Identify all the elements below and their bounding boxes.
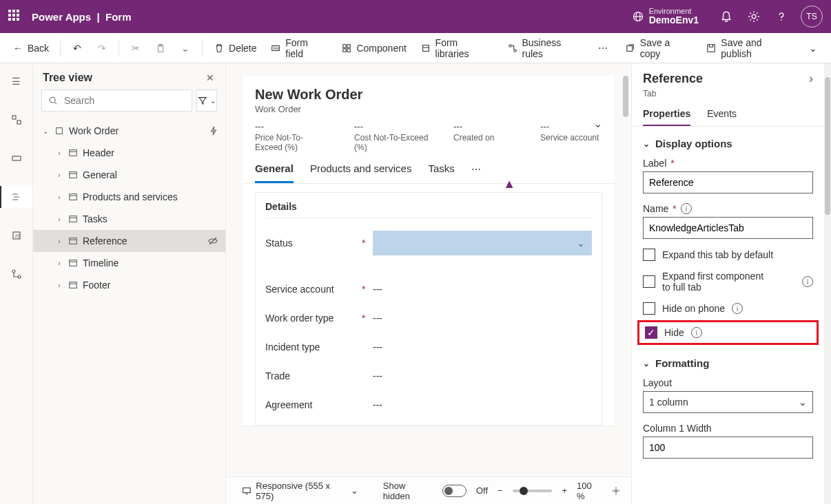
zoom-slider[interactable] [513,490,553,492]
rail-hamburger[interactable]: ☰ [6,70,28,92]
hide-checkbox[interactable]: ✓ Hide i [645,326,811,339]
tree-item[interactable]: › Products and services [33,186,225,208]
user-avatar[interactable]: TS [801,6,823,28]
expand-full-checkbox[interactable]: Expand first component to full tab i [643,271,813,293]
app-launcher-icon[interactable] [8,10,22,23]
redo-button[interactable]: ↷ [91,39,113,58]
tree-item[interactable]: › Tasks [33,208,225,230]
notifications-icon[interactable] [715,6,737,28]
back-button[interactable]: ←Back [7,39,54,58]
info-icon[interactable]: i [732,303,743,314]
form-field-row[interactable]: Trade --- [265,361,592,390]
form-tab[interactable]: General [255,162,294,183]
events-tab[interactable]: Events [707,103,737,126]
environment-picker[interactable]: Environment DemoEnv1 [633,7,699,25]
display-options-group[interactable]: ⌄Display options [643,135,813,158]
close-icon[interactable]: ✕ [205,72,216,83]
header-expand-icon[interactable]: ⌄ [593,117,602,130]
field-label: Work order type [265,313,362,324]
name-field[interactable] [643,217,813,239]
rail-tree-view[interactable] [0,186,33,208]
cut-button[interactable]: ✂ [125,39,147,58]
responsive-picker[interactable]: Responsive (555 x 575)⌄ [236,476,364,505]
settings-icon[interactable] [743,6,765,28]
layout-select[interactable]: 1 column⌄ [643,391,813,413]
tree-item-label: Products and services [83,191,178,202]
tabs-overflow[interactable]: ⋯ [471,162,481,183]
device-icon [241,485,252,496]
form-field-row[interactable]: Status * ⌄ [265,228,592,258]
svg-rect-35 [70,216,77,222]
status-lookup[interactable]: ⌄ [373,231,592,255]
tree-item[interactable]: › Header [33,142,225,164]
tree-item[interactable]: › General [33,164,225,186]
form-field-row[interactable]: Incident type --- [265,333,592,361]
app-title: Power Apps | Form [32,11,132,23]
chevron-down-icon: ⌄ [643,359,650,368]
search-input[interactable] [63,94,186,107]
tree-item[interactable]: › Reference [33,230,225,252]
form-tab[interactable]: Products and services [310,162,412,183]
info-icon[interactable]: i [691,327,702,338]
panel-scrollbar[interactable] [824,63,831,504]
zoom-in-button[interactable]: + [562,485,567,496]
formatting-group[interactable]: ⌄Formatting [643,355,813,377]
tab-icon [68,258,79,268]
rail-libraries[interactable]: JS [6,224,28,246]
svg-rect-28 [57,128,63,134]
form-tab[interactable]: Tasks [428,162,454,183]
save-publish-dropdown[interactable]: ⌄ [802,39,824,58]
header-field[interactable]: ---Price Not-To-Exceed (%) [255,121,329,153]
paste-button[interactable] [150,39,172,58]
tree-item[interactable]: › Timeline [33,252,225,274]
rail-rules[interactable] [6,263,28,285]
header-field-label: Service account [540,133,602,143]
tree-body: ⌄ Work Order › Header› General› Products… [33,117,225,504]
info-icon[interactable]: i [681,203,692,214]
rail-components[interactable] [6,109,28,131]
show-hidden-toggle[interactable] [442,485,466,497]
tree-search[interactable] [41,90,192,112]
rail-form-field[interactable] [6,147,28,169]
business-rules-button[interactable]: Business rules [502,33,589,63]
form-field-button[interactable]: AbcForm field [265,33,334,63]
info-icon[interactable]: i [802,276,813,287]
header-field[interactable]: ---Cost Not-To-Exceed (%) [354,121,429,153]
hide-phone-checkbox[interactable]: Hide on phone i [643,302,813,315]
save-publish-icon [706,43,717,54]
label-field[interactable] [643,171,813,193]
hide-highlight: ✓ Hide i [637,320,819,345]
save-copy-button[interactable]: Save a copy [619,33,698,63]
properties-tab[interactable]: Properties [643,103,690,126]
tree-item[interactable]: › Footer [33,274,225,296]
filter-button[interactable]: ⌄ [196,90,217,112]
form-field-row[interactable]: Service account * --- [265,275,592,304]
redo-icon: ↷ [96,43,107,54]
paste-dropdown[interactable]: ⌄ [174,39,196,58]
col-width-field[interactable] [643,437,813,459]
delete-button[interactable]: Delete [208,39,262,58]
paste-icon [155,43,166,54]
flash-icon[interactable] [209,126,218,136]
svg-rect-11 [343,48,346,51]
component-button[interactable]: Component [336,39,411,58]
svg-point-46 [615,490,618,492]
collapse-icon[interactable]: › [809,72,813,86]
fit-icon[interactable] [611,485,622,496]
form-field-row[interactable]: Agreement --- [265,390,592,419]
header-field[interactable]: ---Created on [453,121,515,153]
undo-button[interactable]: ↶ [66,39,88,58]
tab-icon [68,280,79,290]
section-details[interactable]: Details Status * ⌄Service account * ---W… [255,192,602,426]
form-libraries-button[interactable]: Form libraries [415,33,499,63]
expand-default-checkbox[interactable]: Expand this tab by default [643,249,813,261]
canvas-footer: Responsive (555 x 575)⌄ Show hidden Off … [226,476,631,504]
form-libraries-icon [420,43,431,54]
zoom-out-button[interactable]: − [497,485,503,496]
canvas-scrollbar[interactable] [623,76,628,269]
overflow-button[interactable]: ⋯ [592,39,614,58]
save-publish-button[interactable]: Save and publish [701,33,799,63]
tree-root[interactable]: ⌄ Work Order [33,120,225,142]
form-field-row[interactable]: Work order type * --- [265,304,592,333]
help-icon[interactable] [770,6,792,28]
